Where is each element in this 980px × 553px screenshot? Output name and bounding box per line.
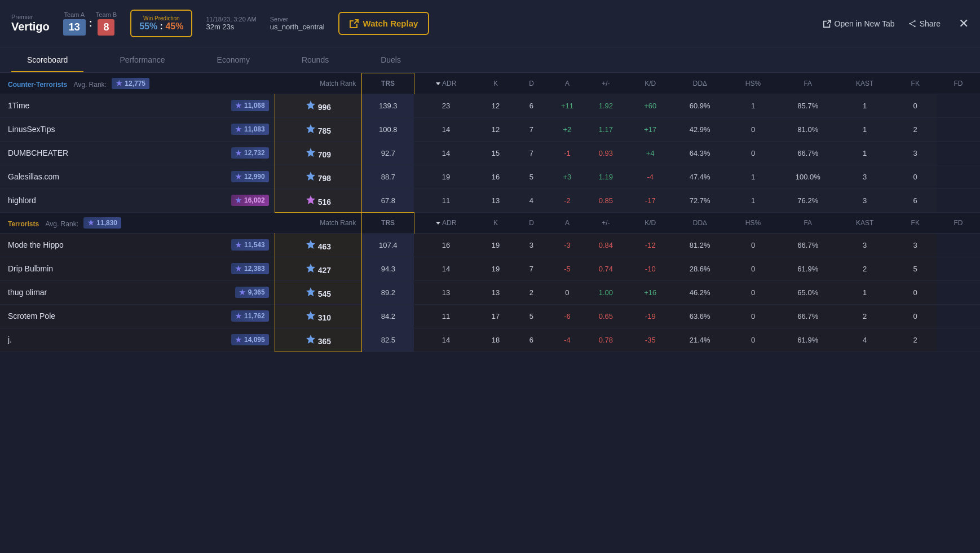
col-kd-ct: K/D (626, 73, 674, 94)
player-k: 11 (414, 188, 478, 212)
player-trs: 427 (275, 257, 362, 280)
player-fk: 3 (836, 188, 894, 212)
win-sep: : (160, 21, 166, 31)
player-name: DUMBCHEATER (0, 141, 166, 165)
player-name: highlord (0, 188, 166, 212)
rank-icon (235, 265, 242, 272)
col-hs-t: HS% (726, 212, 780, 233)
svg-line-3 (910, 21, 915, 24)
svg-marker-12 (306, 287, 315, 296)
col-k-t: K (478, 212, 514, 233)
player-d: 16 (478, 165, 514, 188)
player-fa: 1 (726, 165, 780, 188)
tab-scoreboard[interactable]: Scoreboard (11, 47, 83, 72)
player-kd: 0.85 (585, 188, 626, 212)
player-a: 7 (513, 257, 549, 280)
player-kast: 66.7% (780, 233, 836, 257)
svg-marker-7 (306, 148, 315, 157)
tier-label: Premier (11, 14, 50, 20)
player-fk: 1 (836, 117, 894, 141)
player-kd: 1.19 (585, 165, 626, 188)
player-fa: 0 (726, 328, 780, 352)
table-row: DUMBCHEATER 12,732 709 92.7 14 15 7 -1 0… (0, 141, 980, 165)
player-a: 5 (513, 165, 549, 188)
player-plusminus: -4 (550, 328, 585, 352)
player-d: 19 (478, 233, 514, 257)
player-fa: 0 (726, 117, 780, 141)
t-avg-rank: 11,830 (83, 217, 121, 229)
player-k: 14 (414, 117, 478, 141)
player-kast: 65.0% (780, 280, 836, 304)
player-hs-pct: 28.6% (674, 257, 726, 280)
player-kd: 0.84 (585, 233, 626, 257)
table-row: Galesillas.com 12,990 798 88.7 19 16 5 +… (0, 165, 980, 188)
ct-team-label: Counter-Terrorists (8, 81, 67, 89)
col-kast-t: KAST (836, 212, 894, 233)
player-k: 13 (414, 280, 478, 304)
player-kast: 66.7% (780, 304, 836, 328)
col-d-t: D (513, 212, 549, 233)
server-label: Server (270, 16, 325, 23)
t-match-rank-label: Match Rank (275, 212, 362, 233)
player-fd: 6 (894, 188, 937, 212)
player-dda: -4 (626, 165, 674, 188)
player-d: 15 (478, 141, 514, 165)
player-adr: 107.4 (362, 233, 414, 257)
player-fk: 2 (836, 304, 894, 328)
player-rank: 9,365 (166, 280, 275, 304)
player-plusminus: -1 (550, 141, 585, 165)
ct-adr-header: ADR (414, 73, 478, 94)
player-a: 7 (513, 141, 549, 165)
rank-icon (235, 150, 242, 156)
server-info: Server us_north_central (270, 16, 325, 31)
player-rank: 11,543 (166, 233, 275, 257)
share-label: Share (920, 19, 941, 28)
close-button[interactable]: ✕ (959, 16, 969, 31)
score-display: Team A 13 : Team B 8 (63, 11, 117, 36)
team-a-label: Team A (64, 11, 85, 18)
player-a: 6 (513, 328, 549, 352)
tab-performance[interactable]: Performance (104, 47, 180, 72)
player-plusminus: -6 (550, 304, 585, 328)
watch-replay-button[interactable]: Watch Replay (338, 12, 430, 35)
tab-duels[interactable]: Duels (365, 47, 417, 72)
col-pm-t: +/- (585, 212, 626, 233)
player-kd: 0.78 (585, 328, 626, 352)
player-fk: 3 (836, 165, 894, 188)
player-kast: 66.7% (780, 141, 836, 165)
ct-trs-header: TRS (362, 73, 414, 94)
player-k: 11 (414, 304, 478, 328)
t-team-header: Terrorists Avg. Rank: 11,830 Match Rank … (0, 212, 980, 233)
player-hs-pct: 72.7% (674, 188, 726, 212)
ct-team-header: Counter-Terrorists Avg. Rank: 12,775 Mat… (0, 73, 980, 94)
player-rank: 11,762 (166, 304, 275, 328)
player-hs-pct: 64.3% (674, 141, 726, 165)
player-name: thug olimar (0, 280, 166, 304)
ct-match-rank-label: Match Rank (275, 73, 362, 94)
rank-icon (235, 173, 242, 180)
player-d: 19 (478, 257, 514, 280)
ct-rank-icon (116, 80, 122, 87)
player-trs: 785 (275, 117, 362, 141)
player-trs: 463 (275, 233, 362, 257)
win-prediction-label: Win Prediction (139, 15, 183, 21)
open-in-new-tab-button[interactable]: Open in New Tab (823, 19, 895, 28)
svg-marker-5 (306, 100, 315, 109)
tab-economy[interactable]: Economy (201, 47, 266, 72)
player-fd: 0 (894, 165, 937, 188)
tab-rounds[interactable]: Rounds (286, 47, 345, 72)
player-fa: 1 (726, 94, 780, 117)
player-adr: 67.8 (362, 188, 414, 212)
player-adr: 100.8 (362, 117, 414, 141)
share-button[interactable]: Share (908, 19, 941, 28)
player-k: 14 (414, 257, 478, 280)
col-k-ct: K (478, 73, 514, 94)
player-fk: 4 (836, 328, 894, 352)
player-name: 1Time (0, 94, 166, 117)
col-fa-t: FA (780, 212, 836, 233)
player-rank: 11,083 (166, 117, 275, 141)
player-hs-pct: 60.9% (674, 94, 726, 117)
player-hs-pct: 21.4% (674, 328, 726, 352)
player-d: 13 (478, 280, 514, 304)
watch-replay-label: Watch Replay (363, 19, 418, 28)
